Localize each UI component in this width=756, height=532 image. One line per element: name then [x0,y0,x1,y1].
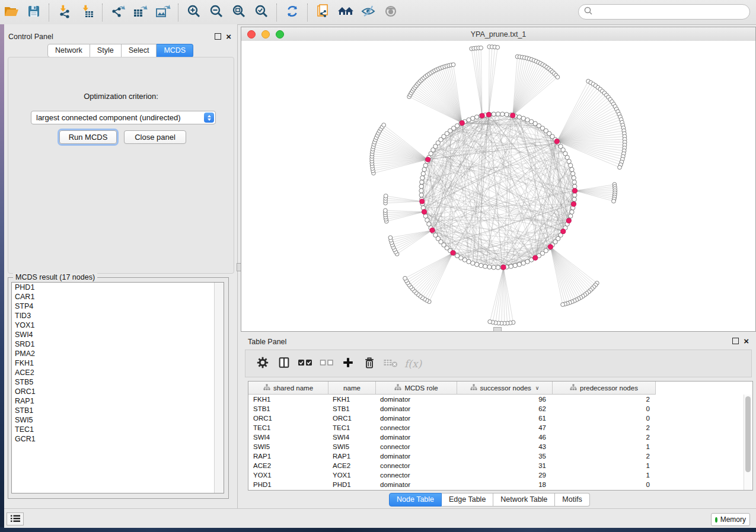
table-row[interactable]: RAP1RAP1dominator352 [248,451,752,461]
control-panel-titlebar: Control Panel × [4,27,237,42]
float-panel-icon[interactable] [215,33,221,40]
tab-style[interactable]: Style [90,44,122,57]
mcds-result-item[interactable]: SWI5 [12,415,224,425]
tab-node-table[interactable]: Node Table [389,493,442,507]
hierarchy-icon [394,384,401,392]
open-file-button[interactable] [1,3,21,22]
close-panel-button[interactable]: Close panel [124,130,186,144]
zoom-selected-button[interactable] [251,3,272,22]
tab-network[interactable]: Network [47,44,90,57]
mcds-result-item[interactable]: TEC1 [12,425,224,434]
table-row[interactable]: PHD1PHD1dominator180 [248,480,752,489]
delete-column-button[interactable] [361,354,378,374]
mcds-result-item[interactable]: TID3 [12,311,224,321]
tab-motifs[interactable]: Motifs [555,493,589,507]
column-header-name[interactable]: name [328,382,376,394]
table-cell: TEC1 [248,424,328,431]
show-panels-button[interactable] [381,3,401,22]
table-cell: 31 [457,462,553,469]
column-header-mcds-role[interactable]: MCDS role [376,382,457,394]
mcds-result-list[interactable]: PHD1CAR1STP4TID3YOX1SWI4SRD1PMA2FKH1ACE2… [11,282,224,493]
mcds-result-item[interactable]: ORC1 [12,387,224,396]
mcds-result-item[interactable]: YOX1 [12,321,224,330]
task-history-button[interactable] [7,512,24,525]
table-row[interactable]: TEC1TEC1connector472 [248,423,752,432]
toolbar-separator [102,4,103,21]
mcds-result-item[interactable]: SWI4 [12,330,224,339]
export-table-button[interactable] [130,3,151,22]
delete-table-button[interactable] [382,354,400,374]
float-panel-icon[interactable] [732,338,739,344]
mcds-result-item[interactable]: STP4 [12,302,224,311]
network-canvas[interactable] [241,41,755,331]
mcds-result-item[interactable]: PMA2 [12,349,224,358]
mcds-result-item[interactable]: STB5 [12,377,224,387]
table-row[interactable]: STB1STB1dominator620 [248,404,752,414]
export-network-button[interactable] [108,3,128,22]
save-session-button[interactable] [24,3,44,22]
table-row[interactable]: ACE2ACE2connector311 [248,461,752,470]
table-cell: 35 [457,453,553,460]
mcds-result-item[interactable]: GCR1 [12,434,224,444]
horizontal-split-handle[interactable] [493,327,502,332]
node-table[interactable]: shared name name MCDS role successor nod… [248,381,753,491]
home-button[interactable] [336,3,356,22]
mcds-result-item[interactable]: ACE2 [12,368,224,377]
memory-button[interactable]: Memory [711,513,750,526]
list-icon [10,514,21,524]
show-column-panel-button[interactable] [275,354,293,374]
import-network-button[interactable] [55,3,75,22]
close-panel-icon[interactable]: × [744,338,749,344]
apply-layout-button[interactable] [282,3,302,22]
mcds-result-item[interactable]: FKH1 [12,358,224,368]
network-document-icon [316,4,330,21]
export-image-button[interactable] [153,3,173,22]
scrollbar-thumb[interactable] [745,396,751,472]
table-row[interactable]: YOX1YOX1connector291 [248,470,752,480]
new-network-button[interactable] [313,3,333,22]
table-settings-button[interactable] [254,354,272,374]
search-box [578,4,750,20]
table-row[interactable]: ORC1ORC1dominator610 [248,414,752,423]
tab-edge-table[interactable]: Edge Table [442,493,493,507]
table-row[interactable]: FKH1FKH1dominator962 [248,395,752,404]
unselect-all-columns-button[interactable] [318,354,336,374]
zoom-fit-button[interactable] [229,3,249,22]
mcds-list-scrollbar[interactable] [214,283,224,493]
close-panel-icon[interactable]: × [226,34,231,39]
column-header-predecessor-nodes[interactable]: predecessor nodes [553,382,656,394]
column-header-shared-name[interactable]: shared name [248,382,328,394]
tab-select[interactable]: Select [122,44,157,57]
zoom-out-button[interactable] [206,3,227,22]
create-column-button[interactable] [339,354,357,374]
network-window-titlebar[interactable]: YPA_prune.txt_1 [241,27,755,41]
mcds-result-item[interactable]: CAR1 [12,292,224,302]
mcds-result-item[interactable]: PHD1 [12,283,224,292]
select-all-columns-button[interactable] [296,354,314,374]
table-cell: connector [376,472,457,479]
search-input[interactable] [596,7,745,17]
import-table-button[interactable] [77,3,97,22]
toolbar-separator [49,4,50,21]
run-mcds-button[interactable]: Run MCDS [59,130,117,144]
table-panel: Table Panel × f(x) shared name name MCDS… [241,333,756,508]
criterion-select[interactable]: largest connected component (undirected) [31,111,216,124]
table-cell: YOX1 [328,472,376,479]
table-cell: STB1 [248,405,328,412]
tab-mcds[interactable]: MCDS [157,44,193,57]
function-builder-label[interactable]: f(x) [404,358,422,370]
table-cell: 29 [457,472,553,479]
zoom-in-button[interactable] [184,3,204,22]
table-row[interactable]: SWI5SWI5connector431 [248,442,752,451]
mcds-result-group: MCDS result (17 nodes) PHD1CAR1STP4TID3Y… [8,277,229,499]
mcds-result-item[interactable]: STB1 [12,406,224,415]
column-header-successor-nodes[interactable]: successor nodes ∨ [457,382,553,394]
mcds-result-item[interactable]: RAP1 [12,396,224,406]
tab-network-table[interactable]: Network Table [493,493,555,507]
trash-icon [363,356,375,371]
table-row[interactable]: SWI4SWI4dominator462 [248,432,752,442]
import-table-icon [80,4,94,20]
mcds-result-item[interactable]: SRD1 [12,339,224,349]
table-scrollbar[interactable] [744,395,752,490]
hide-panels-button[interactable] [358,3,378,22]
